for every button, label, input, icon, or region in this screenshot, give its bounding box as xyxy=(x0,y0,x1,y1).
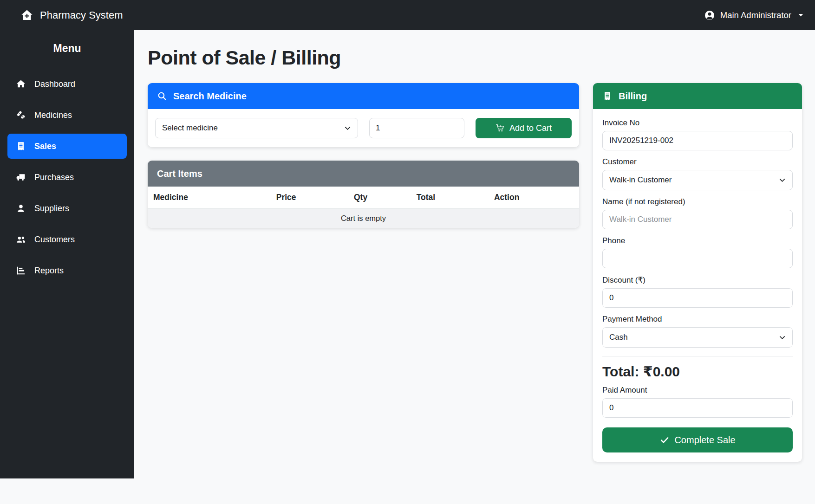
paid-amount-label: Paid Amount xyxy=(602,386,793,395)
receipt-icon xyxy=(16,141,26,151)
billing-card-header: Billing xyxy=(593,83,802,109)
house-plus-icon xyxy=(20,9,33,22)
cart-table-header-row: Medicine Price Qty Total Action xyxy=(148,187,579,209)
sidebar-item-customers[interactable]: Customers xyxy=(7,227,127,252)
check-icon xyxy=(659,435,670,445)
payment-method-value: Cash xyxy=(609,333,628,342)
sidebar-item-label: Customers xyxy=(34,235,75,245)
sidebar-item-label: Medicines xyxy=(34,110,72,120)
sidebar: Menu Dashboard Medicines Sales Purchases… xyxy=(0,30,134,478)
payment-method-label: Payment Method xyxy=(602,315,793,324)
sidebar-nav: Dashboard Medicines Sales Purchases Supp… xyxy=(0,71,134,283)
invoice-no-input[interactable] xyxy=(602,131,793,150)
add-to-cart-label: Add to Cart xyxy=(509,123,552,133)
chevron-down-icon xyxy=(779,334,786,341)
search-card-body: Select medicine Add to Cart xyxy=(148,109,579,147)
column-header-action: Action xyxy=(489,187,579,209)
total-amount: Total: ₹0.00 xyxy=(602,363,793,380)
sidebar-item-label: Suppliers xyxy=(34,204,69,213)
billing-card: Billing Invoice No Customer Walk-in Cust… xyxy=(593,83,802,462)
quantity-input[interactable] xyxy=(369,118,464,138)
payment-method-select[interactable]: Cash xyxy=(602,327,793,348)
user-name: Main Administrator xyxy=(720,10,791,20)
top-navbar: Pharmacy System Main Administrator xyxy=(0,0,815,30)
people-icon xyxy=(16,234,26,245)
cart-empty-row: Cart is empty xyxy=(148,209,579,228)
search-medicine-card: Search Medicine Select medicine Add to C… xyxy=(148,83,579,147)
bar-chart-icon xyxy=(16,265,26,276)
customer-select[interactable]: Walk-in Customer xyxy=(602,170,793,190)
column-header-total: Total xyxy=(411,187,489,209)
discount-label: Discount (₹) xyxy=(602,275,793,285)
discount-input[interactable] xyxy=(602,288,793,308)
cart-items-card: Cart Items Medicine Price Qty Total Acti… xyxy=(148,161,579,228)
customer-select-value: Walk-in Customer xyxy=(609,175,672,185)
chevron-down-icon xyxy=(779,177,786,184)
billing-divider xyxy=(602,356,793,356)
person-circle-icon xyxy=(704,10,715,21)
app-title: Pharmacy System xyxy=(40,9,123,21)
sidebar-item-sales[interactable]: Sales xyxy=(7,134,127,159)
receipt-icon xyxy=(602,91,613,101)
cart-table: Medicine Price Qty Total Action Cart is … xyxy=(148,187,579,228)
capsule-icon xyxy=(16,110,26,120)
complete-sale-button[interactable]: Complete Sale xyxy=(602,427,793,452)
sidebar-item-label: Purchases xyxy=(34,173,74,182)
billing-card-title: Billing xyxy=(619,91,647,102)
sidebar-title: Menu xyxy=(0,30,134,55)
add-to-cart-button[interactable]: Add to Cart xyxy=(476,118,572,138)
column-header-medicine: Medicine xyxy=(148,187,271,209)
column-header-qty: Qty xyxy=(348,187,411,209)
paid-amount-input[interactable] xyxy=(602,398,793,418)
sidebar-item-dashboard[interactable]: Dashboard xyxy=(7,71,127,97)
sidebar-item-label: Sales xyxy=(34,142,56,151)
user-menu[interactable]: Main Administrator xyxy=(704,10,804,21)
main-content: Point of Sale / Billing Search Medicine … xyxy=(134,30,815,462)
search-card-header: Search Medicine xyxy=(148,83,579,109)
phone-input[interactable] xyxy=(602,249,793,268)
customer-label: Customer xyxy=(602,157,793,167)
sidebar-item-reports[interactable]: Reports xyxy=(7,258,127,283)
complete-sale-label: Complete Sale xyxy=(674,435,735,446)
sidebar-item-medicines[interactable]: Medicines xyxy=(7,103,127,128)
house-icon xyxy=(16,79,26,89)
search-icon xyxy=(157,91,167,101)
cart-card-header: Cart Items xyxy=(148,161,579,187)
invoice-no-label: Invoice No xyxy=(602,118,793,128)
page-title: Point of Sale / Billing xyxy=(148,46,802,69)
sidebar-item-label: Dashboard xyxy=(34,79,75,89)
cart-plus-icon xyxy=(496,123,505,133)
phone-label: Phone xyxy=(602,236,793,246)
column-header-price: Price xyxy=(271,187,348,209)
sidebar-item-suppliers[interactable]: Suppliers xyxy=(7,196,127,221)
cart-card-title: Cart Items xyxy=(157,168,202,179)
app-brand[interactable]: Pharmacy System xyxy=(20,9,123,22)
caret-down-icon xyxy=(798,12,804,18)
truck-icon xyxy=(16,172,26,182)
sidebar-item-purchases[interactable]: Purchases xyxy=(7,165,127,190)
medicine-select-value: Select medicine xyxy=(162,123,218,133)
person-icon xyxy=(16,203,26,213)
billing-card-body: Invoice No Customer Walk-in Customer Nam xyxy=(593,109,802,462)
medicine-select[interactable]: Select medicine xyxy=(155,118,358,138)
sidebar-item-label: Reports xyxy=(34,266,64,276)
name-input[interactable] xyxy=(602,210,793,229)
name-label: Name (if not registered) xyxy=(602,197,793,207)
chevron-down-icon xyxy=(344,125,351,132)
cart-empty-message: Cart is empty xyxy=(148,209,579,228)
search-card-title: Search Medicine xyxy=(173,91,247,102)
